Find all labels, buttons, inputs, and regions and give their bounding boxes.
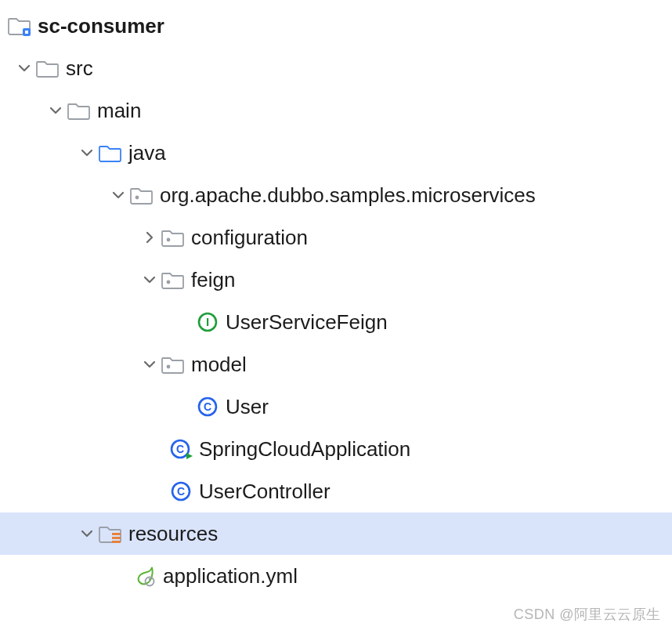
chevron-down-icon[interactable]	[44, 103, 67, 118]
package-icon	[161, 268, 185, 291]
chevron-down-icon[interactable]	[75, 527, 99, 541]
tree-label: sc-consumer	[38, 14, 164, 38]
interface-icon: I	[196, 310, 219, 334]
svg-point-3	[167, 238, 171, 242]
svg-text:I: I	[206, 315, 209, 328]
tree-row[interactable]: org.apache.dubbo.samples.microservices	[0, 174, 672, 216]
svg-text:C: C	[177, 485, 185, 498]
tree-label: java	[128, 141, 166, 165]
package-icon	[130, 183, 154, 207]
module-folder-icon	[8, 14, 31, 38]
package-icon	[161, 353, 185, 376]
tree-row[interactable]: C User	[0, 386, 672, 428]
tree-row-root[interactable]: sc-consumer	[0, 5, 672, 47]
chevron-down-icon[interactable]	[107, 188, 130, 202]
svg-rect-16	[112, 537, 121, 539]
project-tree: sc-consumer src main java	[0, 0, 672, 597]
tree-row[interactable]: java	[0, 132, 672, 174]
tree-row[interactable]: feign	[0, 259, 672, 301]
svg-point-4	[167, 281, 171, 284]
chevron-down-icon[interactable]	[75, 146, 99, 160]
tree-row[interactable]: configuration	[0, 216, 672, 259]
svg-point-7	[167, 365, 171, 369]
class-icon: C	[169, 480, 193, 503]
folder-icon	[67, 99, 91, 122]
svg-text:C: C	[204, 400, 211, 413]
svg-rect-1	[25, 31, 28, 34]
runnable-class-icon: C	[169, 437, 193, 461]
tree-row[interactable]: application.yml	[0, 555, 672, 597]
tree-label: UserController	[199, 480, 331, 504]
svg-text:C: C	[176, 443, 184, 455]
tree-label: model	[191, 353, 247, 377]
tree-row[interactable]: main	[0, 89, 672, 132]
tree-label: feign	[191, 268, 235, 292]
class-icon: C	[196, 395, 219, 418]
svg-rect-15	[112, 533, 121, 535]
tree-label: configuration	[191, 226, 308, 250]
tree-label: src	[66, 56, 93, 81]
package-icon	[161, 226, 185, 249]
resources-folder-icon	[99, 522, 122, 545]
svg-point-2	[135, 196, 139, 200]
spring-config-icon	[133, 564, 157, 588]
svg-rect-17	[112, 541, 121, 543]
tree-row-selected[interactable]: resources	[0, 512, 672, 555]
tree-label: main	[97, 99, 141, 123]
tree-label: UserServiceFeign	[226, 310, 388, 335]
tree-row[interactable]: I UserServiceFeign	[0, 301, 672, 343]
tree-label: User	[226, 395, 269, 419]
chevron-right-icon[interactable]	[138, 230, 161, 244]
tree-label: org.apache.dubbo.samples.microservices	[160, 183, 536, 208]
chevron-down-icon[interactable]	[138, 357, 161, 371]
watermark: CSDN @阿里云云原生	[514, 605, 661, 624]
svg-marker-12	[186, 453, 193, 459]
tree-label: application.yml	[163, 564, 298, 588]
source-folder-icon	[99, 141, 122, 165]
folder-icon	[36, 56, 60, 80]
tree-label: SpringCloudApplication	[199, 437, 410, 462]
tree-row[interactable]: C SpringCloudApplication	[0, 428, 672, 470]
tree-row[interactable]: model	[0, 343, 672, 386]
chevron-down-icon[interactable]	[138, 273, 161, 287]
tree-row[interactable]: C UserController	[0, 470, 672, 512]
tree-row[interactable]: src	[0, 47, 672, 89]
chevron-down-icon[interactable]	[13, 61, 36, 75]
tree-label: resources	[128, 522, 218, 546]
